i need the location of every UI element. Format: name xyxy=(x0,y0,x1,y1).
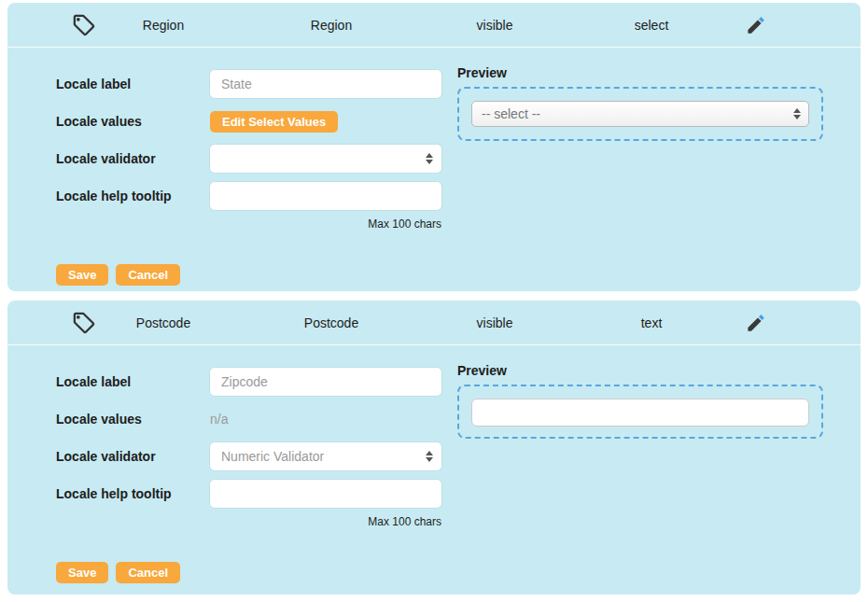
field-editor-body: Locale label Locale values Edit Select V… xyxy=(7,48,861,286)
field-locale-name: Region xyxy=(311,18,352,33)
locale-values-label: Locale values xyxy=(56,412,210,427)
field-type: text xyxy=(641,315,663,330)
save-button[interactable]: Save xyxy=(56,264,108,286)
pencil-icon[interactable] xyxy=(746,14,767,35)
form-actions: Save Cancel xyxy=(56,562,441,583)
save-button[interactable]: Save xyxy=(56,562,108,583)
preview-text-input[interactable] xyxy=(471,399,809,427)
locale-form: Locale label Locale values Edit Select V… xyxy=(56,70,441,286)
tag-icon xyxy=(72,12,97,37)
locale-values-na: n/a xyxy=(210,412,441,427)
field-name: Region xyxy=(143,18,184,33)
locale-tooltip-label: Locale help tooltip xyxy=(56,189,210,203)
locale-validator-selected-value: Numeric Validator xyxy=(221,449,324,464)
locale-label-label: Locale label xyxy=(56,77,210,91)
preview-title: Preview xyxy=(457,363,823,378)
field-visibility: visible xyxy=(477,315,513,330)
field-header: Postcode Postcode visible text xyxy=(7,301,861,345)
locale-form: Locale label Locale values n/a Locale va… xyxy=(56,368,441,583)
pencil-icon[interactable] xyxy=(746,312,767,333)
field-editor-body: Locale label Locale values n/a Locale va… xyxy=(7,345,861,583)
locale-validator-label: Locale validator xyxy=(56,151,210,166)
locale-label-label: Locale label xyxy=(56,374,210,389)
field-header: Region Region visible select xyxy=(7,3,861,48)
select-stepper-icon xyxy=(426,153,433,164)
max-chars-hint: Max 100 chars xyxy=(210,515,441,530)
cancel-button[interactable]: Cancel xyxy=(116,562,180,583)
preview-dropzone xyxy=(457,385,823,439)
field-panel-region: Region Region visible select Locale labe… xyxy=(7,3,861,291)
field-locale-name: Postcode xyxy=(304,315,358,330)
preview-section: Preview -- select -- xyxy=(457,70,823,286)
locale-label-input[interactable] xyxy=(210,70,441,98)
field-panel-postcode: Postcode Postcode visible text Locale la… xyxy=(7,301,861,595)
preview-select[interactable]: -- select -- xyxy=(471,101,809,127)
preview-dropzone: -- select -- xyxy=(457,87,823,141)
locale-tooltip-label: Locale help tooltip xyxy=(56,486,210,501)
locale-validator-select[interactable] xyxy=(210,145,441,173)
tag-icon xyxy=(72,310,97,335)
locale-validator-select[interactable]: Numeric Validator xyxy=(210,442,441,470)
preview-select-value: -- select -- xyxy=(482,106,540,121)
field-visibility: visible xyxy=(477,18,513,33)
select-stepper-icon xyxy=(426,451,433,462)
preview-section: Preview xyxy=(457,368,823,583)
locale-tooltip-input[interactable] xyxy=(210,480,441,508)
max-chars-hint: Max 100 chars xyxy=(210,217,441,232)
select-stepper-icon xyxy=(793,108,801,119)
locale-validator-label: Locale validator xyxy=(56,449,210,464)
field-name: Postcode xyxy=(136,315,190,330)
cancel-button[interactable]: Cancel xyxy=(116,264,180,286)
locale-tooltip-input[interactable] xyxy=(210,182,441,210)
field-type: select xyxy=(635,18,669,33)
edit-select-values-button[interactable]: Edit Select Values xyxy=(210,111,338,133)
locale-values-label: Locale values xyxy=(56,114,210,129)
locale-label-input[interactable] xyxy=(210,368,441,396)
preview-title: Preview xyxy=(457,65,823,80)
form-actions: Save Cancel xyxy=(56,264,441,286)
